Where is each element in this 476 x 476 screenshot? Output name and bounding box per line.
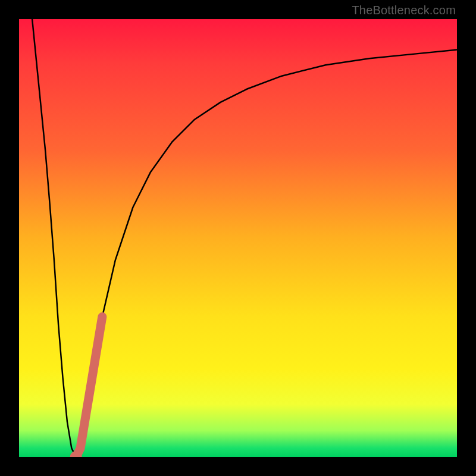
- bottleneck-curve: [32, 19, 457, 457]
- highlight-segment: [76, 317, 102, 457]
- chart-frame: TheBottleneck.com: [0, 0, 476, 476]
- chart-svg: [19, 19, 457, 457]
- watermark-text: TheBottleneck.com: [352, 4, 456, 17]
- chart-plot-area: [19, 19, 457, 457]
